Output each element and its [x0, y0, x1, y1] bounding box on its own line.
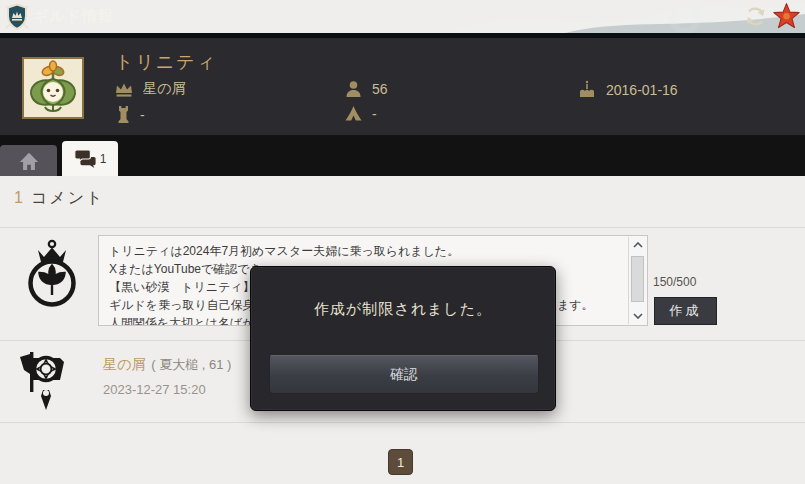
- divider: [0, 422, 805, 423]
- chat-bubbles-icon: [74, 149, 96, 168]
- guild-node-stat: -: [116, 105, 145, 124]
- comments-heading: 1コメント: [14, 188, 104, 209]
- guild-house-value: -: [372, 106, 377, 122]
- scroll-down-button[interactable]: [629, 308, 646, 324]
- pagination-page-1[interactable]: 1: [388, 449, 413, 475]
- divider: [0, 227, 805, 228]
- guild-leader-stat: 星の屑: [114, 80, 185, 98]
- guild-crest-icon: [25, 238, 79, 316]
- page-title: ギルド情報: [33, 7, 114, 26]
- person-icon: [344, 80, 363, 98]
- guild-node-value: -: [140, 107, 145, 123]
- cake-icon: [577, 80, 597, 99]
- char-counter: 150/500: [653, 275, 696, 289]
- home-icon: [18, 151, 40, 171]
- guild-leader-value: 星の屑: [143, 80, 185, 98]
- scrollbar-thumb[interactable]: [631, 256, 644, 302]
- comments-count-label: コメント: [31, 189, 105, 206]
- create-comment-button[interactable]: 作成: [654, 297, 717, 325]
- commenter-emblem-icon: [16, 350, 72, 416]
- textarea-scrollbar[interactable]: [628, 237, 646, 324]
- comment-timestamp: 2023-12-27 15:20: [103, 382, 206, 397]
- guild-founded-value: 2016-01-16: [606, 82, 678, 98]
- comment-line: トリニティは2024年7月初めマスター夫婦に乗っ取られました。: [109, 242, 627, 260]
- guild-summary-panel: トリニティ 星の屑 56 2016-01-16: [0, 38, 805, 135]
- tab-comments[interactable]: 1: [62, 141, 118, 176]
- tab-home[interactable]: [0, 145, 57, 176]
- guild-members-stat: 56: [344, 80, 388, 98]
- crown-icon: [114, 81, 134, 98]
- guild-name: トリニティ: [115, 50, 217, 74]
- favorite-star-icon[interactable]: [772, 2, 801, 35]
- comment-tab-badge: 1: [100, 152, 107, 166]
- restriction-modal: 作成が制限されました。 確認: [250, 266, 556, 411]
- modal-message: 作成が制限されました。: [251, 300, 555, 319]
- confirm-button[interactable]: 確認: [269, 355, 539, 394]
- refresh-icon[interactable]: [743, 4, 768, 33]
- guild-shield-icon: [3, 2, 31, 35]
- guild-emblem-image: [22, 57, 84, 119]
- tab-strip: 1: [0, 135, 805, 176]
- comment-author-line: 星の屑 ( 夏大槌 , 61 ): [103, 356, 231, 374]
- comments-count: 1: [14, 189, 25, 206]
- title-bar: ギルド情報: [0, 0, 805, 33]
- scroll-up-button[interactable]: [629, 237, 646, 253]
- guild-house-stat: -: [344, 105, 377, 122]
- comment-author-detail: ( 夏大槌 , 61 ): [151, 357, 231, 372]
- tent-icon: [344, 105, 363, 122]
- wave-decoration: [385, 0, 805, 33]
- guild-members-value: 56: [372, 81, 388, 97]
- guild-info-window: ギルド情報: [0, 0, 805, 484]
- tower-icon: [116, 105, 131, 124]
- comment-author-link[interactable]: 星の屑: [103, 356, 145, 372]
- guild-founded-stat: 2016-01-16: [577, 80, 678, 99]
